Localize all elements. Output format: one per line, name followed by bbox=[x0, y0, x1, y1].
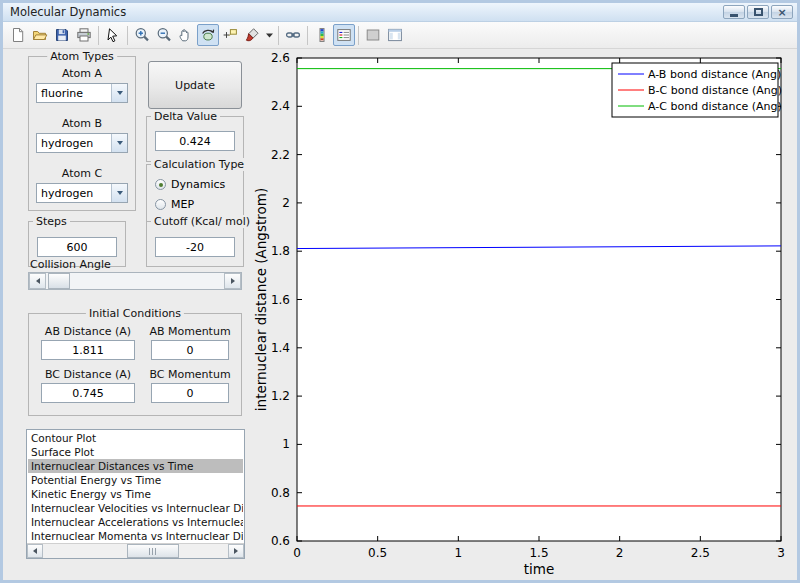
hide-plot-tools-button[interactable] bbox=[362, 24, 384, 46]
print-figure-button[interactable] bbox=[73, 24, 95, 46]
zoom-out-button[interactable] bbox=[153, 24, 175, 46]
link-plot-button[interactable] bbox=[282, 24, 304, 46]
plot-type-listbox[interactable]: Contour PlotSurface PlotInternuclear Dis… bbox=[26, 429, 245, 559]
list-item[interactable]: Surface Plot bbox=[28, 445, 243, 459]
insert-legend-icon bbox=[336, 27, 352, 43]
plot-area[interactable]: 00.511.522.530.60.811.21.41.61.822.22.42… bbox=[253, 51, 799, 581]
slider-right-arrow[interactable] bbox=[224, 273, 241, 289]
x-tick-label: 1.5 bbox=[529, 546, 548, 560]
bc-momentum-field[interactable]: 0 bbox=[151, 383, 229, 403]
list-item[interactable]: Internuclear Momenta vs Internuclear Dis… bbox=[28, 529, 243, 543]
y-axis-label: internuclear distance (Angstrom) bbox=[253, 188, 269, 411]
arrow-left-icon bbox=[33, 548, 37, 554]
data-cursor-button[interactable] bbox=[219, 24, 241, 46]
cutoff-field[interactable]: -20 bbox=[155, 237, 235, 257]
open-file-button[interactable] bbox=[29, 24, 51, 46]
bc-momentum-label: BC Momentum bbox=[145, 368, 235, 381]
steps-field[interactable]: 600 bbox=[37, 237, 117, 257]
plot-svg[interactable]: 00.511.522.530.60.811.21.41.61.822.22.42… bbox=[253, 51, 799, 581]
y-tick-label: 0.6 bbox=[271, 534, 290, 548]
atom-a-dropdown-button[interactable] bbox=[111, 84, 127, 102]
atom-c-value: hydrogen bbox=[41, 187, 93, 200]
slider-left-arrow[interactable] bbox=[29, 273, 46, 289]
rotate-3d-button[interactable] bbox=[197, 24, 219, 46]
delta-value-panel: Delta Value 0.424 bbox=[146, 116, 244, 162]
atom-c-dropdown-button[interactable] bbox=[111, 184, 127, 202]
chevron-down-icon bbox=[117, 191, 123, 195]
y-tick-label: 1.6 bbox=[271, 293, 290, 307]
cutoff-panel: Cutoff (Kcal/ mol) -20 bbox=[146, 221, 244, 267]
atom-a-dropdown[interactable]: fluorine bbox=[36, 83, 128, 103]
initial-conditions-panel: Initial Conditions AB Distance (A) AB Mo… bbox=[28, 313, 242, 416]
list-item[interactable]: Kinetic Energy vs Time bbox=[28, 487, 243, 501]
list-item[interactable]: Internuclear Accelerations vs Internucle… bbox=[28, 515, 243, 529]
legend-label: A-C bond distance (Ang) bbox=[648, 100, 782, 113]
edit-plot-button[interactable] bbox=[102, 24, 124, 46]
show-plot-tools-button[interactable] bbox=[384, 24, 406, 46]
slider-track[interactable] bbox=[46, 273, 224, 289]
chevron-down-icon bbox=[117, 91, 123, 95]
delta-value-field[interactable]: 0.424 bbox=[155, 131, 235, 151]
collision-angle-slider[interactable] bbox=[28, 272, 242, 290]
bc-distance-label: BC Distance (A) bbox=[35, 368, 141, 381]
x-axis-label: time bbox=[524, 561, 555, 577]
zoom-in-button[interactable] bbox=[131, 24, 153, 46]
list-item[interactable]: Potential Energy vs Time bbox=[28, 473, 243, 487]
bc-distance-field[interactable]: 0.745 bbox=[41, 383, 135, 403]
radio-dynamics-label: Dynamics bbox=[171, 178, 225, 191]
brush-button[interactable] bbox=[241, 24, 263, 46]
listbox-hscrollbar[interactable] bbox=[27, 543, 244, 558]
legend-label: A-B bond distance (Ang) bbox=[648, 68, 781, 81]
open-file-icon bbox=[32, 27, 48, 43]
edit-plot-icon bbox=[105, 27, 121, 43]
minimize-button[interactable] bbox=[723, 5, 745, 19]
list-item[interactable]: Internuclear Distances vs Time bbox=[28, 459, 243, 473]
radio-mep-icon bbox=[155, 199, 166, 210]
brush-dropdown-button[interactable] bbox=[263, 24, 275, 46]
y-tick-label: 2.2 bbox=[271, 148, 290, 162]
list-item[interactable]: Contour Plot bbox=[28, 431, 243, 445]
hscrollbar-thumb[interactable] bbox=[127, 544, 179, 558]
close-button[interactable]: × bbox=[771, 5, 793, 19]
update-button[interactable]: Update bbox=[148, 61, 242, 109]
ab-distance-label: AB Distance (A) bbox=[35, 325, 141, 338]
pan-button[interactable] bbox=[175, 24, 197, 46]
atom-b-dropdown-button[interactable] bbox=[111, 134, 127, 152]
steps-title: Steps bbox=[33, 215, 70, 228]
insert-legend-button[interactable] bbox=[333, 24, 355, 46]
atom-c-dropdown[interactable]: hydrogen bbox=[36, 183, 128, 203]
maximize-button[interactable] bbox=[747, 5, 769, 19]
collision-angle-label: Collision Angle bbox=[30, 258, 111, 271]
y-tick-label: 1.2 bbox=[271, 389, 290, 403]
atom-types-title: Atom Types bbox=[47, 50, 117, 63]
x-tick-label: 1 bbox=[455, 546, 463, 560]
y-tick-label: 2.6 bbox=[271, 51, 290, 65]
hscrollbar-track[interactable] bbox=[43, 544, 228, 558]
save-figure-button[interactable] bbox=[51, 24, 73, 46]
ab-distance-field[interactable]: 1.811 bbox=[41, 340, 135, 360]
toolbar-separator bbox=[98, 26, 99, 45]
radio-dynamics-icon bbox=[155, 179, 166, 190]
list-item[interactable]: Internuclear Velocities vs Internuclear … bbox=[28, 501, 243, 515]
pan-icon bbox=[178, 27, 194, 43]
link-plot-icon bbox=[285, 27, 301, 43]
save-figure-icon bbox=[54, 27, 70, 43]
new-figure-icon bbox=[10, 27, 26, 43]
hscrollbar-left-arrow[interactable] bbox=[27, 544, 43, 558]
zoom-in-icon bbox=[134, 27, 150, 43]
new-figure-button[interactable] bbox=[7, 24, 29, 46]
delta-value-title: Delta Value bbox=[151, 110, 220, 123]
slider-thumb[interactable] bbox=[48, 273, 70, 289]
insert-colorbar-button[interactable] bbox=[311, 24, 333, 46]
radio-dynamics[interactable]: Dynamics bbox=[155, 178, 225, 191]
ab-momentum-field[interactable]: 0 bbox=[151, 340, 229, 360]
legend[interactable]: A-B bond distance (Ang)B-C bond distance… bbox=[612, 63, 782, 117]
arrow-left-icon bbox=[36, 278, 40, 284]
hscrollbar-right-arrow[interactable] bbox=[228, 544, 244, 558]
atom-types-panel: Atom Types Atom A fluorine Atom B hydrog… bbox=[28, 56, 136, 211]
toolbar-separator bbox=[278, 26, 279, 45]
radio-mep[interactable]: MEP bbox=[155, 198, 194, 211]
chevron-down-icon bbox=[117, 141, 123, 145]
atom-b-dropdown[interactable]: hydrogen bbox=[36, 133, 128, 153]
atom-a-label: Atom A bbox=[29, 67, 135, 80]
